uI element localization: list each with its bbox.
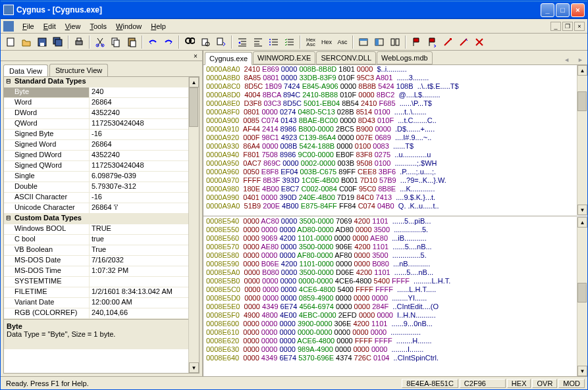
propgrid-row[interactable]: Windows BOOLTRUE bbox=[4, 224, 199, 235]
propgrid-row[interactable]: Unicode Character26864 'i' bbox=[4, 203, 199, 214]
file-tab[interactable]: WINWORD.EXE bbox=[253, 51, 315, 64]
hex-line[interactable]: 0000A930 86A4 0000 008B 5424-188B 0000 0… bbox=[203, 142, 587, 151]
propgrid-category[interactable]: ⊟Standard Data Types bbox=[4, 77, 199, 87]
file-tab[interactable]: Cygnus.exe bbox=[205, 52, 252, 65]
propgrid-row[interactable]: Word26864 bbox=[4, 98, 199, 109]
hex-scrollbar-top[interactable]: ▲▼ bbox=[577, 65, 587, 215]
hex-line[interactable]: 0000A950 0AC7 869C 0000 0002-0000 003B 9… bbox=[203, 159, 587, 168]
hex-line[interactable]: 0008E570 0000 AE80 0000 3500-0000 906E 4… bbox=[203, 243, 587, 251]
hex-line[interactable]: 0008E5E0 0000 4349 6E74 4564-6974 0000 0… bbox=[203, 303, 587, 311]
hex-line[interactable]: 0000A900 0085 C074 0143 8BAE-BC00 0000 8… bbox=[203, 116, 587, 125]
flag-red-button[interactable] bbox=[409, 35, 423, 49]
redo-button[interactable] bbox=[161, 35, 176, 49]
undo-button[interactable] bbox=[146, 35, 160, 49]
scroll-up-icon[interactable]: ▲ bbox=[189, 77, 199, 87]
panel3-button[interactable] bbox=[388, 35, 402, 49]
hex-line[interactable]: 0008E5F0 4900 4800 4E00 4EBC-0000 2EFD 0… bbox=[203, 311, 587, 320]
save-all-button[interactable] bbox=[51, 35, 65, 49]
hex-line[interactable]: 0000A8C0 8D5C 1B09 7424 E845-A906 0000 8… bbox=[203, 82, 587, 91]
menu-tools[interactable]: Tools bbox=[85, 21, 111, 32]
propgrid-row[interactable]: DWord4352240 bbox=[4, 109, 199, 119]
menu-view[interactable]: View bbox=[61, 21, 86, 32]
hex-line[interactable]: 0000A910 AF44 2414 8986 B800-0000 2BC5 B… bbox=[203, 125, 587, 134]
outdent-button[interactable] bbox=[251, 35, 265, 49]
hex-line[interactable]: 0008E5B0 0000 0000 0000 0000-0000 4CE6-4… bbox=[203, 277, 587, 285]
hex-line[interactable]: 0000A970 FFFF 8B3F 393D 1C0E-4B00 B001 7… bbox=[203, 176, 587, 185]
list-button[interactable] bbox=[267, 35, 281, 49]
hex-line[interactable]: 0008E540 0000 AC80 0000 3500-0000 7069 4… bbox=[203, 217, 587, 226]
propgrid-row[interactable]: FILETIME1/2/1601 8:34:13.042 AM bbox=[4, 287, 199, 298]
hex-line[interactable]: 0008E640 0000 4349 6E74 5370-696E 4374 7… bbox=[203, 354, 587, 362]
find-button[interactable] bbox=[182, 35, 197, 49]
copy-button[interactable] bbox=[109, 35, 123, 49]
hex-view-button[interactable]: HexAsc bbox=[304, 35, 318, 49]
propgrid-row[interactable]: SYSTEMTIME bbox=[4, 277, 199, 287]
hex-mode-button[interactable]: Hex bbox=[319, 35, 334, 49]
hex-line[interactable]: 0000A8D0 4004 8BCA 894C 2410-8B88 010F 0… bbox=[203, 91, 587, 99]
tab-next[interactable]: ► bbox=[574, 55, 587, 64]
asc-mode-button[interactable]: Asc bbox=[335, 35, 350, 49]
flag-next-button[interactable] bbox=[425, 35, 439, 49]
tool1-button[interactable] bbox=[441, 35, 455, 49]
hex-line[interactable]: 0000A980 180E 4B00 E8C7 C002-0084 C00F 9… bbox=[203, 185, 587, 193]
hex-line[interactable]: 0008E620 0000 0000 0000 ACE6-4800 0000 F… bbox=[203, 337, 587, 345]
menu-edit[interactable]: Edit bbox=[39, 21, 61, 32]
propgrid-row[interactable]: Signed QWord1172530424048 bbox=[4, 161, 199, 172]
hex-line[interactable]: 0008E580 0000 0000 0000 AF80-0000 AF80 0… bbox=[203, 251, 587, 260]
close-button[interactable]: × bbox=[571, 3, 585, 17]
propgrid-row[interactable]: MS-DOS Date7/16/2032 bbox=[4, 256, 199, 266]
propgrid-row[interactable]: Signed Byte-16 bbox=[4, 130, 199, 140]
hex-line[interactable]: 0000A8E0 D3F8 03C3 8D5C 5001-EB04 8B54 2… bbox=[203, 99, 587, 108]
propgrid-row[interactable]: Byte240 bbox=[4, 87, 199, 98]
cut-button[interactable] bbox=[93, 35, 107, 49]
maximize-button[interactable]: □ bbox=[556, 3, 570, 17]
tool2-button[interactable] bbox=[456, 35, 471, 49]
propgrid-row[interactable]: Double5.79307e-312 bbox=[4, 182, 199, 193]
file-tab[interactable]: WebLogs.mdb bbox=[377, 51, 433, 64]
left-pane-close[interactable]: × bbox=[192, 52, 200, 60]
hex-line[interactable]: 0000A940 F801 7508 8986 9C00-0000 EB0F 8… bbox=[203, 151, 587, 159]
tab-data-view[interactable]: Data View bbox=[3, 64, 48, 77]
hex-view-top[interactable]: 0000A8A0 2410 E869 0000 008B-8B8D 1801 0… bbox=[203, 65, 587, 215]
paste-button[interactable] bbox=[124, 35, 139, 49]
propgrid-row[interactable]: C booltrue bbox=[4, 235, 199, 245]
hex-line[interactable]: 0008E560 0000 9069 4200 1101-0000 0000 0… bbox=[203, 234, 587, 243]
propgrid-row[interactable]: QWord1172530424048 bbox=[4, 119, 199, 130]
tab-structure-view[interactable]: Structure View bbox=[49, 64, 108, 76]
mdi-minimize[interactable]: _ bbox=[550, 22, 561, 31]
new-button[interactable] bbox=[3, 35, 18, 49]
hex-line[interactable]: 0008E630 0000 0000 0000 989A-4900 0000 0… bbox=[203, 345, 587, 354]
hex-line[interactable]: 0000A9A0 51B9 200E 4B00 E875-84FF FF84 C… bbox=[203, 202, 587, 210]
find-next-button[interactable] bbox=[198, 35, 213, 49]
minimize-button[interactable]: _ bbox=[541, 3, 554, 17]
panel2-button[interactable] bbox=[372, 35, 387, 49]
hex-line[interactable]: 0008E5D0 0000 0000 0000 0859-4900 0000 0… bbox=[203, 294, 587, 303]
hex-line[interactable]: 0008E5A0 0000 B080 0000 3500-0000 D06E 4… bbox=[203, 268, 587, 277]
hex-line[interactable]: 0000A8B0 8A85 0801 0000 33DB-83F9 010F 9… bbox=[203, 74, 587, 82]
open-button[interactable] bbox=[19, 35, 34, 49]
panel1-button[interactable] bbox=[356, 35, 371, 49]
propgrid-row[interactable]: Single6.09879e-039 bbox=[4, 172, 199, 182]
hex-line[interactable]: 0000A990 0401 0000 390D 240E-4B00 7D19 8… bbox=[203, 193, 587, 202]
hex-line[interactable]: 0000A960 0050 E8F8 EF04 003B-C675 89FF C… bbox=[203, 168, 587, 176]
hex-line[interactable]: 0008E550 0000 0000 0000 AD80-0000 AD80 0… bbox=[203, 226, 587, 234]
hex-line[interactable]: 0008E5C0 0000 0000 0000 4CE6-4800 5400 F… bbox=[203, 285, 587, 294]
scroll-thumb[interactable] bbox=[189, 87, 198, 127]
hex-line[interactable]: 0000A920 000F 98C1 4923 C139-86A4 0000 0… bbox=[203, 134, 587, 142]
propgrid-row[interactable]: Variant Date12:00:00 AM bbox=[4, 298, 199, 308]
menu-help[interactable]: Help bbox=[146, 21, 171, 32]
indent-button[interactable] bbox=[235, 35, 250, 49]
hex-line[interactable]: 0008E610 0000 0000 0000 0000-0000 0000 0… bbox=[203, 328, 587, 337]
propgrid-row[interactable]: MS-DOS Time1:07:32 PM bbox=[4, 266, 199, 277]
propgrid-scrollbar[interactable]: ▲ ▼ bbox=[188, 77, 199, 373]
hex-line[interactable]: 0008E600 0000 0000 0000 3900-0000 306E 4… bbox=[203, 320, 587, 328]
propgrid-category[interactable]: ⊟Custom Data Types bbox=[4, 214, 199, 224]
file-tab[interactable]: SERCONV.DLL bbox=[316, 51, 376, 64]
propgrid-row[interactable]: ASCII Character-16 bbox=[4, 193, 199, 203]
hex-line[interactable]: 0008E590 0000 B06E 4200 1101-0000 0000 0… bbox=[203, 260, 587, 268]
tab-prev[interactable]: ◄ bbox=[560, 55, 574, 64]
menu-window[interactable]: Window bbox=[111, 21, 146, 32]
propgrid-row[interactable]: RGB (COLORREF)240,104,66 bbox=[4, 308, 199, 319]
hex-scrollbar-bottom[interactable]: ▲▼ bbox=[577, 217, 587, 376]
propgrid-row[interactable]: Signed Word26864 bbox=[4, 140, 199, 151]
